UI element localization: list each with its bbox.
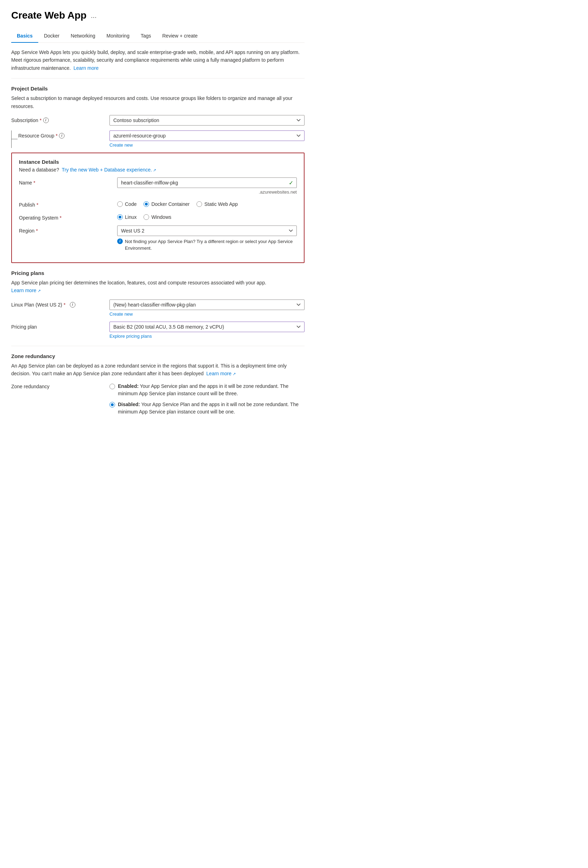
zone-disabled-option[interactable]: Disabled: Your App Service Plan and the …: [109, 401, 304, 416]
resource-group-label: Resource Group: [18, 133, 55, 139]
tab-basics[interactable]: Basics: [11, 30, 38, 43]
zone-disabled-radio[interactable]: [109, 402, 115, 407]
learn-more-link-1[interactable]: Learn more: [73, 65, 99, 71]
zone-learn-more-link[interactable]: Learn more: [206, 371, 236, 376]
tab-bar: Basics Docker Networking Monitoring Tags…: [11, 30, 304, 43]
publish-docker-option[interactable]: Docker Container: [143, 201, 189, 207]
page-description: App Service Web Apps lets you quickly bu…: [11, 49, 304, 72]
region-label: Region *: [19, 226, 117, 233]
project-details-title: Project Details: [11, 86, 304, 92]
os-windows-option[interactable]: Windows: [143, 214, 171, 220]
pricing-plans-section: Pricing plans App Service plan pricing t…: [11, 270, 304, 339]
subscription-label: Subscription * i: [11, 115, 109, 123]
region-row: Region * West US 2 i Not finding your Ap…: [19, 226, 297, 252]
resource-group-control: azureml-resource-group Create new: [109, 130, 304, 148]
pricing-plan-label: Pricing plan: [11, 322, 109, 330]
publish-control: Code Docker Container Static Web App: [117, 199, 297, 207]
tab-networking[interactable]: Networking: [65, 30, 101, 43]
project-details-desc: Select a subscription to manage deployed…: [11, 94, 304, 110]
os-linux-label: Linux: [125, 214, 136, 220]
publish-radio-group: Code Docker Container Static Web App: [117, 199, 297, 207]
linux-plan-control: (New) heart-classifier-mlflow-pkg-plan C…: [109, 300, 304, 317]
region-info-icon: i: [117, 239, 123, 244]
publish-code-option[interactable]: Code: [117, 201, 136, 207]
region-control: West US 2 i Not finding your App Service…: [117, 226, 297, 252]
instance-details-box: Instance Details Need a database? Try th…: [11, 152, 304, 263]
zone-redundancy-section: Zone redundancy An App Service plan can …: [11, 353, 304, 419]
divider-1: [11, 78, 304, 78]
linux-plan-row: Linux Plan (West US 2) * i (New) heart-c…: [11, 300, 304, 317]
subscription-row: Subscription * i Contoso subscription: [11, 115, 304, 125]
name-check-icon: ✓: [289, 179, 293, 186]
name-input-wrapper: ✓: [117, 177, 297, 188]
subscription-control: Contoso subscription: [109, 115, 304, 125]
tab-review-create[interactable]: Review + create: [157, 30, 204, 43]
publish-static-label: Static Web App: [204, 201, 238, 207]
subscription-select[interactable]: Contoso subscription: [109, 115, 304, 125]
name-row: Name * ✓ .azurewebsites.net: [19, 177, 297, 195]
pricing-plans-title: Pricing plans: [11, 270, 304, 276]
instance-details-title: Instance Details: [19, 159, 297, 165]
explore-pricing-link[interactable]: Explore pricing plans: [109, 334, 152, 339]
subscription-required: *: [40, 118, 41, 123]
zone-redundancy-desc: An App Service plan can be deployed as a…: [11, 362, 304, 378]
region-info-text: Not finding your App Service Plan? Try a…: [125, 238, 297, 252]
publish-row: Publish * Code Docker Container Static W…: [19, 199, 297, 208]
resource-group-row: Resource Group * i azureml-resource-grou…: [11, 130, 304, 148]
zone-redundancy-label: Zone redundancy: [11, 382, 109, 389]
divider-2: [11, 346, 304, 346]
name-control: ✓ .azurewebsites.net: [117, 177, 297, 195]
tab-monitoring[interactable]: Monitoring: [101, 30, 135, 43]
name-input[interactable]: [117, 177, 297, 188]
region-info-banner: i Not finding your App Service Plan? Try…: [117, 238, 297, 252]
publish-static-option[interactable]: Static Web App: [196, 201, 238, 207]
publish-static-radio[interactable]: [196, 201, 202, 207]
page-title: Create Web App ...: [11, 10, 304, 21]
linux-plan-select[interactable]: (New) heart-classifier-mlflow-pkg-plan: [109, 300, 304, 310]
publish-docker-radio[interactable]: [143, 201, 149, 207]
pricing-plan-row: Pricing plan Basic B2 (200 total ACU, 3.…: [11, 322, 304, 339]
pricing-learn-more-link[interactable]: Learn more: [11, 288, 41, 293]
description-text: App Service Web Apps lets you quickly bu…: [11, 49, 300, 71]
publish-label: Publish *: [19, 199, 117, 208]
os-radio-group: Linux Windows: [117, 213, 297, 220]
os-windows-radio[interactable]: [143, 214, 149, 220]
zone-enabled-option[interactable]: Enabled: Your App Service plan and the a…: [109, 382, 304, 397]
publish-code-radio[interactable]: [117, 201, 123, 207]
publish-code-label: Code: [125, 201, 136, 207]
zone-disabled-text: Disabled: Your App Service Plan and the …: [118, 401, 304, 416]
linux-plan-label: Linux Plan (West US 2) * i: [11, 300, 109, 307]
zone-enabled-radio[interactable]: [109, 384, 115, 389]
linux-plan-create-new[interactable]: Create new: [109, 311, 133, 317]
database-link[interactable]: Try the new Web + Database experience.: [62, 167, 156, 173]
publish-docker-label: Docker Container: [151, 201, 189, 207]
os-windows-label: Windows: [151, 214, 171, 220]
zone-enabled-text: Enabled: Your App Service plan and the a…: [118, 382, 304, 397]
pricing-plan-select[interactable]: Basic B2 (200 total ACU, 3.5 GB memory, …: [109, 322, 304, 332]
name-label: Name *: [19, 177, 117, 186]
rg-info-icon[interactable]: i: [59, 133, 65, 139]
page-title-ellipsis: ...: [91, 12, 97, 20]
tab-docker[interactable]: Docker: [38, 30, 65, 43]
os-row: Operating System * Linux Windows: [19, 213, 297, 221]
os-label: Operating System *: [19, 213, 117, 221]
region-select[interactable]: West US 2: [117, 226, 297, 236]
linux-plan-info-icon[interactable]: i: [70, 302, 75, 307]
database-row: Need a database? Try the new Web + Datab…: [19, 167, 297, 173]
pricing-plans-desc: App Service plan pricing tier determines…: [11, 279, 304, 295]
rg-create-new-link[interactable]: Create new: [109, 142, 133, 148]
resource-group-spacer: Resource Group * i: [11, 130, 109, 139]
rg-required: *: [56, 133, 58, 139]
pricing-plan-control: Basic B2 (200 total ACU, 3.5 GB memory, …: [109, 322, 304, 339]
zone-redundancy-row: Zone redundancy Enabled: Your App Servic…: [11, 382, 304, 419]
os-linux-option[interactable]: Linux: [117, 214, 136, 220]
subscription-info-icon[interactable]: i: [43, 118, 49, 123]
os-linux-radio[interactable]: [117, 214, 123, 220]
azure-suffix: .azurewebsites.net: [117, 189, 297, 195]
zone-options: Enabled: Your App Service plan and the a…: [109, 382, 304, 419]
tab-tags[interactable]: Tags: [135, 30, 157, 43]
resource-group-select[interactable]: azureml-resource-group: [109, 130, 304, 141]
os-control: Linux Windows: [117, 213, 297, 220]
page-title-text: Create Web App: [11, 10, 87, 21]
zone-redundancy-title: Zone redundancy: [11, 353, 304, 359]
